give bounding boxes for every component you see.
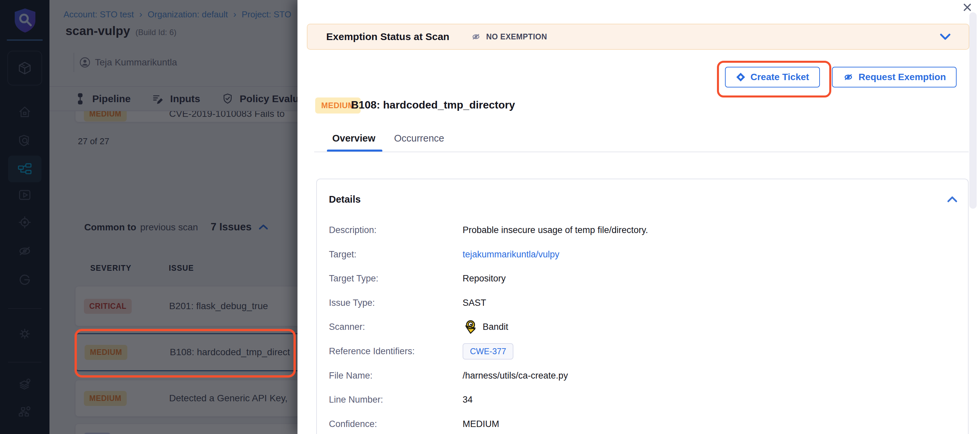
- detail-label: Reference Identifiers:: [329, 346, 415, 356]
- eye-off-icon: [471, 32, 481, 42]
- detail-label: Description:: [329, 225, 377, 235]
- create-ticket-button[interactable]: Create Ticket: [725, 67, 819, 87]
- detail-value-wrap: tejakummarikuntla/vulpy: [463, 249, 560, 260]
- detail-value: SAST: [463, 298, 486, 308]
- issue-label: B108: hardcoded_tmp_direct: [170, 347, 290, 358]
- button-label: Create Ticket: [750, 72, 809, 82]
- detail-label: Target Type:: [329, 273, 379, 284]
- bandit-scanner-icon: [463, 319, 477, 334]
- issue-label: Detected a Generic API Key,: [169, 393, 288, 404]
- severity-badge: CRITICAL: [84, 299, 132, 314]
- banner-title: Exemption Status at Scan: [326, 31, 449, 43]
- close-icon[interactable]: [962, 2, 973, 13]
- detail-value-wrap: 34: [463, 394, 473, 405]
- tab-overview[interactable]: Overview: [332, 133, 375, 144]
- detail-value: 34: [463, 394, 473, 405]
- details-card: Details Description: Pr: [316, 179, 969, 434]
- severity-badge: MEDIUM: [84, 391, 127, 406]
- detail-value-wrap: SAST: [463, 298, 486, 308]
- detail-row: Description: Probable insecure usage of …: [317, 218, 968, 242]
- request-exemption-button[interactable]: Request Exemption: [832, 67, 956, 87]
- details-rows: Description: Probable insecure usage of …: [317, 179, 968, 434]
- detail-value: CWE-377: [463, 343, 514, 360]
- status-text: NO EXEMPTION: [486, 32, 547, 41]
- detail-label: Scanner:: [329, 322, 365, 332]
- detail-value: MEDIUM: [463, 419, 500, 429]
- action-buttons: Create Ticket Request Exemption: [725, 67, 956, 87]
- issue-title: B108: hardcoded_tmp_directory: [351, 99, 515, 111]
- detail-label: Target:: [329, 249, 356, 260]
- detail-label: Issue Type:: [329, 298, 375, 308]
- detail-value-wrap: MEDIUM: [463, 419, 500, 429]
- tab-label: Pipeline: [92, 93, 131, 105]
- detail-value: Bandit: [483, 322, 508, 332]
- exemption-status: NO EXEMPTION: [471, 32, 547, 42]
- detail-row: Line Number: 34: [317, 388, 968, 412]
- tab-label: Inputs: [170, 93, 200, 105]
- detail-row: Reference Identifiers: CWE-377: [317, 339, 968, 363]
- severity-badge: [84, 432, 111, 434]
- tab-occurrence[interactable]: Occurrence: [394, 133, 444, 144]
- detail-row: Confidence: MEDIUM: [317, 412, 968, 434]
- detail-row: Target: tejakummarikuntla/vulpy: [317, 242, 968, 266]
- pipeline-icon: [74, 93, 86, 105]
- detail-label: Confidence:: [329, 419, 377, 429]
- detail-value: Repository: [463, 273, 506, 284]
- tab-pipeline[interactable]: Pipeline: [74, 93, 131, 105]
- detail-row: File Name: /harness/utils/ca-create.py: [317, 364, 968, 388]
- eye-off-icon: [843, 72, 854, 82]
- detail-value-wrap: Bandit: [463, 319, 508, 334]
- severity-badge: MEDIUM: [84, 345, 127, 360]
- tab-inputs[interactable]: Inputs: [152, 93, 200, 105]
- detail-value-wrap: CWE-377: [463, 343, 514, 360]
- detail-label: File Name:: [329, 371, 373, 381]
- detail-row: Target Type: Repository: [317, 266, 968, 290]
- detail-row: Scanner: Bandit: [317, 315, 968, 339]
- detail-value: tejakummarikuntla/vulpy: [463, 249, 560, 260]
- shield-check-icon: [221, 93, 234, 105]
- ticket-diamond-icon: [736, 72, 746, 82]
- tabs-divider: [314, 152, 969, 152]
- button-label: Request Exemption: [859, 72, 946, 82]
- drawer-scrollbar[interactable]: [969, 13, 977, 209]
- drawer-tabs: Overview Occurrence: [298, 133, 980, 153]
- issue-details-drawer: Exemption Status at Scan NO EXEMPTION Cr…: [298, 0, 980, 434]
- detail-row: Issue Type: SAST: [317, 291, 968, 315]
- detail-value-wrap: Probable insecure usage of temp file/dir…: [463, 225, 648, 235]
- detail-value-wrap: Repository: [463, 273, 506, 284]
- exemption-status-banner: Exemption Status at Scan NO EXEMPTION: [307, 24, 969, 50]
- detail-value: /harness/utils/ca-create.py: [463, 371, 568, 381]
- app-root: Account: STO test›Organization: default›…: [0, 0, 980, 434]
- detail-value-wrap: /harness/utils/ca-create.py: [463, 371, 568, 381]
- issue-label: B201: flask_debug_true: [169, 301, 268, 312]
- detail-label: Line Number:: [329, 394, 383, 405]
- chevron-down-icon[interactable]: [939, 32, 951, 41]
- inputs-icon: [152, 93, 164, 105]
- detail-value: Probable insecure usage of temp file/dir…: [463, 225, 648, 235]
